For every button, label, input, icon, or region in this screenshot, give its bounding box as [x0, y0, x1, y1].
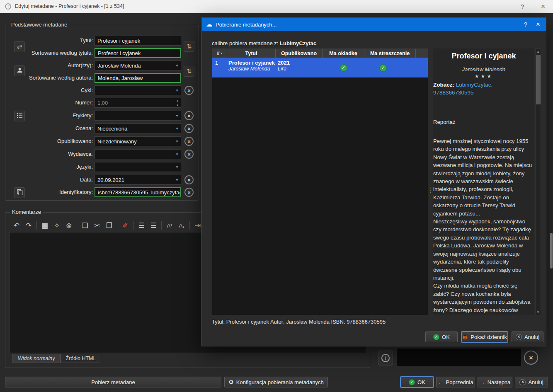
- scroll-down-icon[interactable]: ▼: [536, 310, 541, 315]
- dialog-help-button[interactable]: ?: [519, 21, 532, 28]
- gear-icon: ⚙: [228, 379, 234, 385]
- tags-editor-button[interactable]: [14, 111, 25, 121]
- details-scrollbar-thumb[interactable]: [536, 55, 541, 104]
- value-field[interactable]: [396, 348, 521, 366]
- show-log-button[interactable]: Pokaż dziennik: [461, 332, 508, 342]
- clear-date-button[interactable]: ×: [184, 175, 194, 184]
- dialog-cancel-button[interactable]: × Anuluj: [512, 332, 543, 342]
- author-sort-label: Sortowanie według autora:: [24, 73, 93, 83]
- dialog-close-button[interactable]: ×: [532, 20, 544, 29]
- previous-button[interactable]: ← Poprzednia: [436, 377, 475, 387]
- see-links: Zobacz: LubimyCzytac, 9788366730595: [433, 81, 534, 97]
- tags-combo[interactable]: ▾: [95, 111, 181, 121]
- col-header-cover[interactable]: Ma okładkę: [323, 49, 364, 58]
- chevron-down-icon[interactable]: ▾: [173, 137, 181, 146]
- bullet-list-icon[interactable]: ☰: [149, 221, 158, 230]
- window-help-button[interactable]: ?: [516, 0, 529, 13]
- clear-published-button[interactable]: ×: [184, 137, 194, 146]
- dialog-ok-button[interactable]: ✓ OK: [425, 332, 458, 342]
- date-picker[interactable]: 20.09.2021 ▾: [95, 175, 181, 185]
- col-header-title[interactable]: Tytuł: [227, 49, 276, 58]
- scrollbar-thumb[interactable]: [550, 233, 553, 269]
- col-header-num[interactable]: # ▾: [212, 49, 227, 58]
- clear-identifiers-button[interactable]: ×: [184, 188, 194, 197]
- chevron-down-icon[interactable]: ▾: [173, 86, 181, 95]
- color-brush-icon[interactable]: ✐: [121, 221, 129, 230]
- result-row[interactable]: 1 Profesor i cyjanek Jarosław Molenda 20…: [212, 58, 428, 77]
- published-combo[interactable]: Niezdefiniowany ▾: [95, 136, 181, 146]
- scroll-up-icon[interactable]: ▲: [536, 49, 541, 54]
- superscript-icon[interactable]: A¹: [165, 223, 174, 229]
- title-input[interactable]: Profesor i cyjanek: [95, 36, 181, 46]
- window-close-button[interactable]: ×: [536, 0, 550, 13]
- tab-normal-view[interactable]: Widok normalny: [12, 354, 61, 363]
- publisher-combo[interactable]: ▾: [95, 149, 181, 159]
- source-link[interactable]: LubimyCzytac,: [456, 82, 493, 88]
- paste-identifier-button[interactable]: [14, 187, 25, 198]
- col-header-published[interactable]: Opublikowano: [276, 49, 323, 58]
- clear-series-button[interactable]: ×: [184, 86, 194, 95]
- spin-up-icon[interactable]: ▴: [174, 98, 181, 103]
- chevron-down-icon[interactable]: ▾: [173, 111, 181, 120]
- chevron-down-icon[interactable]: ▾: [173, 124, 181, 133]
- config-metadata-button[interactable]: ⚙ Konfiguracja pobierania metadanych: [224, 377, 328, 387]
- manage-authors-button[interactable]: [14, 65, 25, 76]
- ordered-list-icon[interactable]: ☰: [137, 221, 146, 230]
- clear-field-button[interactable]: ×: [524, 351, 538, 365]
- series-number-spinner[interactable]: 1,00 ▴ ▾: [95, 98, 181, 108]
- cut-icon[interactable]: ✂: [93, 221, 101, 230]
- chevron-down-icon[interactable]: ▾: [173, 175, 181, 184]
- chevron-down-icon[interactable]: ▾: [173, 150, 181, 159]
- title-sort-input[interactable]: Profesor i cyjanek: [95, 48, 181, 58]
- cell-has-cover: ✓: [323, 58, 364, 77]
- genre-text: Reportaż: [433, 119, 534, 125]
- authors-combo[interactable]: Jarosław Molenda ▾: [95, 60, 181, 70]
- redo-icon[interactable]: ↷: [24, 221, 33, 230]
- swap-title-author-button[interactable]: ⇄: [14, 41, 25, 52]
- rating-combo[interactable]: Nieoceniona ▾: [95, 123, 181, 133]
- identifiers-input[interactable]: isbn:9788366730595, lubimyczytac:4: [95, 187, 181, 197]
- next-button[interactable]: → Następna: [478, 377, 512, 387]
- cell-num: 1: [212, 58, 227, 77]
- details-author: Jarosław Molenda: [433, 66, 534, 73]
- paste-icon[interactable]: ❐: [105, 221, 113, 230]
- info-icon: i: [381, 354, 390, 362]
- select-all-icon[interactable]: ▦: [41, 221, 49, 230]
- cloud-icon: ☁: [206, 21, 212, 28]
- chevron-down-icon[interactable]: ▾: [173, 61, 181, 70]
- info-button[interactable]: i: [378, 351, 393, 365]
- splitter-handle[interactable]: ⋮: [428, 175, 432, 204]
- tab-html-source[interactable]: Źródło HTML: [61, 354, 102, 363]
- chevron-down-icon[interactable]: ▾: [173, 162, 181, 172]
- languages-combo[interactable]: ▾: [95, 162, 181, 172]
- download-metadata-button[interactable]: Pobierz metadane: [5, 377, 221, 387]
- subscript-icon[interactable]: A₁: [177, 223, 186, 229]
- author-sort-input[interactable]: Molenda, Jarosław: [95, 73, 181, 83]
- clear-rating-button[interactable]: ×: [184, 124, 194, 133]
- comments-legend: Komentarze: [10, 209, 43, 215]
- undo-icon[interactable]: ↶: [12, 221, 21, 230]
- remove-format-icon[interactable]: ⊗: [65, 221, 73, 230]
- isbn-link[interactable]: 9788366730595: [433, 90, 474, 96]
- indent-icon[interactable]: ⇥: [194, 221, 202, 230]
- cancel-button[interactable]: × Anuluj: [515, 377, 548, 387]
- copy-icon[interactable]: ❏: [81, 221, 89, 230]
- magic-wand-icon[interactable]: ✧: [53, 221, 61, 230]
- bug-icon: [462, 334, 468, 340]
- ok-button[interactable]: ✓ OK: [400, 377, 434, 387]
- clear-publisher-button[interactable]: ×: [184, 150, 194, 159]
- has-cover-icon: ✓: [340, 64, 347, 72]
- clear-tags-button[interactable]: ×: [184, 111, 194, 120]
- results-table: # ▾ Tytuł Opublikowano Ma okładkę Ma str…: [212, 48, 428, 315]
- series-combo[interactable]: ▾: [95, 85, 181, 95]
- col-header-summary[interactable]: Ma streszczenie: [364, 49, 416, 58]
- details-title: Profesor i cyjanek: [433, 52, 534, 60]
- editor-view-tabs: Widok normalny Źródło HTML: [12, 354, 101, 363]
- details-scrollbar[interactable]: ▲ ▼: [535, 48, 541, 315]
- paste-identifier-icon: [17, 189, 23, 196]
- sort-swap-icon: ⇅: [187, 43, 192, 50]
- auto-author-sort-button[interactable]: ⇅: [184, 66, 194, 77]
- auto-title-sort-button[interactable]: ⇅: [184, 41, 194, 52]
- spin-down-icon[interactable]: ▾: [174, 103, 181, 107]
- title-sort-label: Sortowanie według tytułu:: [24, 48, 93, 58]
